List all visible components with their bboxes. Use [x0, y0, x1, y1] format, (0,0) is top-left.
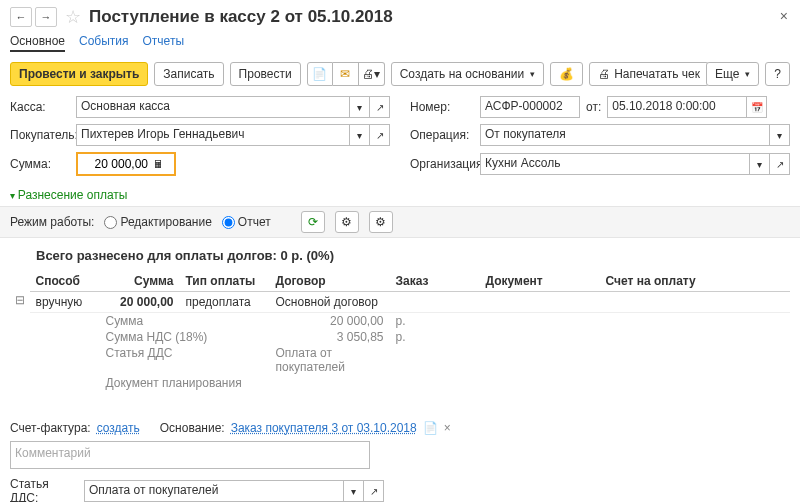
settings2-icon[interactable]: ⚙: [369, 211, 393, 233]
sub-row-sum: Сумма 20 000,00 р.: [30, 313, 791, 330]
settings1-icon[interactable]: ⚙: [335, 211, 359, 233]
mode-report-radio[interactable]: Отчет: [222, 215, 271, 229]
org-label: Организация:: [410, 157, 480, 171]
dds-input[interactable]: Оплата от покупателей: [84, 480, 344, 502]
allocation-table: Способ Сумма Тип оплаты Договор Заказ До…: [30, 271, 791, 391]
kassa-input[interactable]: Основная касса: [76, 96, 350, 118]
buyer-open-icon[interactable]: ↗: [370, 124, 390, 146]
dds-label: Статья ДДС:: [10, 477, 80, 502]
th-method: Способ: [30, 271, 100, 292]
th-pay-type: Тип оплаты: [180, 271, 270, 292]
document-icon[interactable]: 📄: [307, 62, 333, 86]
basis-label: Основание:: [160, 421, 225, 435]
tab-bar: Основное События Отчеты: [0, 32, 800, 56]
refresh-icon[interactable]: ⟳: [301, 211, 325, 233]
post-and-close-button[interactable]: Провести и закрыть: [10, 62, 148, 86]
operation-input[interactable]: От покупателя: [480, 124, 770, 146]
number-input[interactable]: АСФР-000002: [480, 96, 580, 118]
basis-doc-icon[interactable]: 📄: [423, 421, 438, 435]
sub-row-plan: Документ планирования: [30, 375, 791, 391]
create-invoice-link[interactable]: создать: [97, 421, 140, 435]
th-contract: Договор: [270, 271, 390, 292]
close-icon[interactable]: ×: [780, 8, 788, 24]
create-based-button[interactable]: Создать на основании▾: [391, 62, 545, 86]
icon-button-group: 📄 ✉ 🖨▾: [307, 62, 385, 86]
th-document: Документ: [480, 271, 600, 292]
th-order: Заказ: [390, 271, 480, 292]
more-button[interactable]: Еще▾: [706, 62, 759, 86]
basis-link[interactable]: Заказ покупателя 3 от 03.10.2018: [231, 421, 417, 435]
kkt-icon-button[interactable]: 💰: [550, 62, 583, 86]
mode-edit-radio[interactable]: Редактирование: [104, 215, 211, 229]
kassa-open-icon[interactable]: ↗: [370, 96, 390, 118]
sub-row-dds: Статья ДДС Оплата от покупателей: [30, 345, 791, 375]
kassa-label: Касса:: [10, 100, 76, 114]
allocation-summary: Всего разнесено для оплаты долгов: 0 р. …: [0, 238, 800, 271]
allocation-section-toggle[interactable]: Разнесение оплаты: [0, 186, 800, 206]
tab-reports[interactable]: Отчеты: [143, 32, 184, 52]
number-label: Номер:: [410, 100, 480, 114]
tree-collapse-icon[interactable]: ⊟: [15, 293, 25, 307]
table-row[interactable]: вручную 20 000,00 предоплата Основной до…: [30, 292, 791, 313]
date-input[interactable]: 05.10.2018 0:00:00: [607, 96, 747, 118]
save-button[interactable]: Записать: [154, 62, 223, 86]
org-input[interactable]: Кухни Ассоль: [480, 153, 750, 175]
post-button[interactable]: Провести: [230, 62, 301, 86]
kassa-dropdown-icon[interactable]: ▾: [350, 96, 370, 118]
buyer-input[interactable]: Пихтерев Игорь Геннадьевич: [76, 124, 350, 146]
favorite-star-icon[interactable]: ☆: [65, 6, 81, 28]
help-button[interactable]: ?: [765, 62, 790, 86]
page-title: Поступление в кассу 2 от 05.10.2018: [89, 7, 393, 27]
sum-input-wrapper: 🖩: [76, 152, 176, 176]
sum-label: Сумма:: [10, 157, 76, 171]
print-icon[interactable]: 🖨▾: [359, 62, 385, 86]
org-open-icon[interactable]: ↗: [770, 153, 790, 175]
nav-forward-button[interactable]: →: [35, 7, 57, 27]
calculator-icon[interactable]: 🖩: [150, 156, 166, 172]
comment-input[interactable]: Комментарий: [10, 441, 370, 469]
tab-main[interactable]: Основное: [10, 32, 65, 52]
dds-dropdown-icon[interactable]: ▾: [344, 480, 364, 502]
operation-dropdown-icon[interactable]: ▾: [770, 124, 790, 146]
th-invoice: Счет на оплату: [600, 271, 791, 292]
invoice-label: Счет-фактура:: [10, 421, 91, 435]
basis-clear-icon[interactable]: ×: [444, 421, 451, 435]
buyer-label: Покупатель:: [10, 128, 76, 142]
print-check-button[interactable]: 🖨 Напечатать чек: [589, 62, 709, 86]
buyer-dropdown-icon[interactable]: ▾: [350, 124, 370, 146]
th-sum: Сумма: [100, 271, 180, 292]
sub-row-vat: Сумма НДС (18%) 3 050,85 р.: [30, 329, 791, 345]
mode-label: Режим работы:: [10, 215, 94, 229]
calendar-icon[interactable]: 📅: [747, 96, 767, 118]
operation-label: Операция:: [410, 128, 480, 142]
nav-back-button[interactable]: ←: [10, 7, 32, 27]
from-label: от:: [586, 100, 601, 114]
org-dropdown-icon[interactable]: ▾: [750, 153, 770, 175]
dds-open-icon[interactable]: ↗: [364, 480, 384, 502]
tab-events[interactable]: События: [79, 32, 129, 52]
mail-icon[interactable]: ✉: [333, 62, 359, 86]
sum-input[interactable]: [80, 156, 150, 172]
